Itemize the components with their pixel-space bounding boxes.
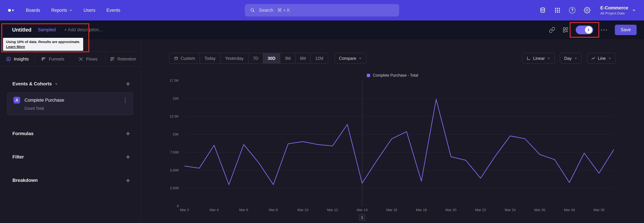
nav-reports[interactable]: Reports	[51, 8, 72, 13]
x-axis-labels: Mar 2Mar 4Mar 6Mar 8Mar 10Mar 12Mar 14Ma…	[184, 206, 614, 213]
line-chart[interactable]	[184, 81, 614, 206]
x-tick-label: Mar 10	[298, 208, 308, 212]
y-tick-label: 7,500	[159, 150, 179, 154]
report-title[interactable]: Untitled	[12, 27, 31, 33]
data-management-icon[interactable]	[540, 7, 546, 14]
breakdown-section-header: Breakdown +	[0, 177, 140, 183]
tab-funnels[interactable]: Funnels	[35, 52, 70, 66]
y-tick-label: 5,000	[159, 168, 179, 172]
save-button[interactable]: Save	[615, 25, 636, 35]
nav-reports-label: Reports	[51, 8, 67, 13]
nav-users-label: Users	[84, 8, 96, 13]
search-icon	[250, 8, 255, 13]
x-tick-label: Mar 16	[386, 208, 397, 212]
tab-retention-label: Retention	[118, 56, 136, 62]
pagination-page-button[interactable]: 1	[359, 214, 365, 221]
chart-legend[interactable]: Complete Purchase - Total	[169, 73, 616, 78]
logo-dot-small	[12, 10, 14, 11]
sampling-tooltip: Using 10% of data. Results are approxima…	[3, 38, 83, 51]
x-tick-label: Mar 26	[534, 208, 545, 212]
page-body: Insights Funnels Flows Retention Events …	[0, 39, 644, 223]
chevron-down-icon	[547, 57, 550, 60]
more-options-icon[interactable]: ⋯	[600, 28, 608, 32]
events-cohorts-title[interactable]: Events & Cohorts	[12, 81, 58, 86]
search-shortcut: ⌘ + K	[278, 8, 290, 13]
copy-link-icon[interactable]	[549, 27, 555, 33]
add-event-button[interactable]: +	[126, 81, 130, 87]
report-type-tabs: Insights Funnels Flows Retention	[0, 51, 140, 67]
sampled-badge[interactable]: Sampled	[38, 27, 56, 32]
project-switcher[interactable]: E-Commerce All Project Data	[600, 5, 636, 16]
date-range-segmented-control: Custom Today Yesterday 7D 30D 3M 6M 12M	[169, 53, 328, 64]
funnels-icon	[41, 56, 46, 61]
query-builder-sidebar: Insights Funnels Flows Retention Events …	[0, 39, 141, 223]
add-breakdown-button[interactable]: +	[126, 177, 130, 183]
add-to-board-icon[interactable]	[562, 27, 569, 33]
add-description-button[interactable]: + Add description...	[64, 27, 103, 32]
compare-button[interactable]: Compare	[334, 53, 366, 64]
top-navigation-bar: Boards Reports Users Events Search ⌘ + K…	[0, 0, 644, 21]
x-tick-label: Mar 8	[269, 208, 278, 212]
nav-events[interactable]: Events	[106, 8, 120, 13]
nav-users[interactable]: Users	[84, 8, 96, 13]
filter-section-header: Filter +	[0, 154, 140, 160]
filter-title: Filter	[12, 154, 24, 160]
search-placeholder: Search	[259, 8, 273, 13]
org-name: E-Commerce	[600, 5, 628, 11]
event-card[interactable]: A Complete Purchase ⋮ Count Total	[8, 92, 133, 115]
range-7d[interactable]: 7D	[248, 53, 263, 63]
y-tick-label: 0	[159, 204, 179, 208]
nav-boards[interactable]: Boards	[26, 8, 40, 13]
range-today[interactable]: Today	[200, 53, 220, 63]
mixpanel-logo[interactable]	[8, 9, 14, 12]
range-12m[interactable]: 12M	[310, 53, 328, 63]
event-metric[interactable]: Count Total	[24, 106, 128, 111]
range-3m[interactable]: 3M	[280, 53, 296, 63]
events-cohorts-label: Events & Cohorts	[12, 81, 52, 86]
chevron-down-icon	[358, 57, 362, 60]
chart-type-dropdown[interactable]: Line	[587, 53, 616, 64]
tab-flows[interactable]: Flows	[70, 52, 106, 66]
learn-more-link[interactable]: Learn More	[6, 45, 25, 49]
event-options-icon[interactable]: ⋮	[122, 98, 128, 103]
y-tick-label: 10K	[159, 132, 179, 136]
range-yesterday[interactable]: Yesterday	[220, 53, 248, 63]
add-filter-button[interactable]: +	[126, 154, 130, 160]
x-tick-label: Mar 14	[357, 208, 368, 212]
lightning-bolt-icon	[586, 28, 591, 32]
calendar-icon	[174, 56, 178, 60]
breakdown-title: Breakdown	[12, 178, 38, 183]
help-icon[interactable]: ?	[569, 7, 576, 14]
x-tick-label: Mar 20	[446, 208, 456, 212]
page-number: 1	[361, 215, 363, 220]
sampling-toggle[interactable]	[576, 26, 593, 34]
tooltip-message: Using 10% of data. Results are approxima…	[6, 40, 80, 44]
insights-icon	[6, 56, 11, 61]
linear-axis-icon	[526, 56, 531, 60]
y-tick-label: 17.5K	[159, 78, 179, 82]
y-tick-label: 15K	[159, 96, 179, 100]
nav-events-label: Events	[106, 8, 120, 13]
event-name[interactable]: Complete Purchase	[24, 98, 64, 103]
events-cohorts-section-header: Events & Cohorts +	[0, 81, 140, 87]
scale-dropdown[interactable]: Linear	[522, 53, 555, 64]
granularity-dropdown[interactable]: Day	[560, 53, 582, 64]
settings-gear-icon[interactable]	[584, 7, 590, 14]
range-custom[interactable]: Custom	[170, 53, 200, 63]
add-formula-button[interactable]: +	[126, 131, 130, 137]
search-input[interactable]: Search ⌘ + K	[245, 4, 399, 17]
tab-insights[interactable]: Insights	[0, 52, 35, 66]
series-line	[184, 99, 614, 185]
formulas-section-header: Formulas +	[0, 131, 140, 137]
range-6m[interactable]: 6M	[296, 53, 311, 63]
question-mark-glyph: ?	[569, 7, 576, 14]
range-30d[interactable]: 30D	[263, 53, 280, 63]
nav-boards-label: Boards	[26, 8, 40, 13]
topnav-right-controls: ? E-Commerce All Project Data	[540, 5, 636, 16]
chart-main-area: Custom Today Yesterday 7D 30D 3M 6M 12M …	[141, 39, 644, 223]
line-chart-plot: 02,5005,0007,50010K12.5K15K17.5K Mar 2Ma…	[184, 81, 614, 206]
tab-retention[interactable]: Retention	[106, 52, 140, 66]
toggle-knob	[585, 26, 592, 34]
apps-grid-icon[interactable]	[554, 7, 561, 14]
y-tick-label: 12.5K	[159, 114, 179, 118]
